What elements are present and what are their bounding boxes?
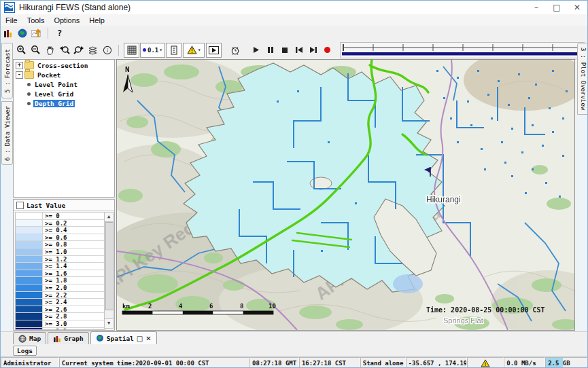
tab-data-viewer[interactable]: 6 : Data Viewer <box>1 101 13 165</box>
bar-chart-icon <box>53 335 61 343</box>
menu-file[interactable]: File <box>1 16 22 25</box>
svg-text:10: 10 <box>269 303 276 310</box>
scroll-up-icon[interactable]: ▲ <box>105 213 113 222</box>
last-value-checkbox[interactable] <box>16 202 24 209</box>
tab-plot-overview[interactable]: 3 : Plot Overview <box>577 43 588 115</box>
menu-tools[interactable]: Tools <box>22 16 50 25</box>
collapse-icon[interactable]: - <box>16 71 23 79</box>
stop-button[interactable] <box>277 43 292 57</box>
legend-class-list: >= 0 >= 0.2 >= 0.4 >= 0.6 >= 0.8 >= 1.0 … <box>15 212 105 330</box>
pause-button[interactable] <box>263 43 277 57</box>
grid-toggle-button[interactable] <box>124 43 139 58</box>
legend-swatch <box>16 277 43 284</box>
tab-forecast[interactable]: 5 : Forecast <box>1 43 13 98</box>
legend-row: >= 2.2 <box>16 292 105 299</box>
record-button[interactable] <box>320 43 334 57</box>
timeseries-icon[interactable] <box>29 26 44 40</box>
legend-row: >= 1.4 <box>16 263 105 270</box>
folder-icon <box>24 71 34 79</box>
legend-row: >= 0.2 <box>16 220 105 227</box>
help-button[interactable]: ? <box>52 26 67 40</box>
legend-swatch <box>16 320 43 327</box>
legend-swatch <box>16 263 43 270</box>
tab-graph[interactable]: Graph <box>48 332 89 344</box>
zoom-out-icon[interactable] <box>29 43 43 57</box>
svg-text:4: 4 <box>179 303 183 310</box>
info-icon[interactable]: i <box>100 43 114 57</box>
legend-swatch <box>16 299 43 306</box>
legend-swatch <box>16 220 43 227</box>
tab-data-viewer-label: 6 : Data Viewer <box>4 105 11 160</box>
maximize-button[interactable]: □ <box>547 1 567 14</box>
globe-map-icon[interactable] <box>15 26 29 40</box>
status-warning-cell[interactable]: ! <box>467 357 504 368</box>
interval-dot-icon <box>143 48 146 52</box>
svg-text:!: ! <box>484 361 487 367</box>
legend-row: >= 2.6 <box>16 306 105 314</box>
grid-interval-dropdown[interactable]: 0.1 ▾ <box>140 43 165 58</box>
tree-node-level-point[interactable]: Level Point <box>16 80 114 88</box>
last-value-label: Last Value <box>27 202 65 209</box>
memory-label: 2.5 GB <box>548 360 570 367</box>
tab-spatial[interactable]: Spatial □ ✕ <box>90 331 157 344</box>
zoom-in-icon[interactable] <box>14 43 29 57</box>
tree-node-pocket[interactable]: - Pocket <box>16 71 114 79</box>
scrollbar-thumb[interactable] <box>105 222 114 310</box>
tab-maximize-icon[interactable]: □ <box>137 335 143 342</box>
status-system-time: Current system time:2020-09-01 00:00 CST <box>59 357 249 368</box>
legend-swatch <box>16 234 43 241</box>
chevron-down-icon: ▾ <box>159 47 162 53</box>
legend-row: >= 2.4 <box>16 299 105 306</box>
map-time-label: Time: 2020-08-25 00:00:00 CST <box>426 306 545 314</box>
bullet-icon <box>27 102 31 105</box>
expand-icon[interactable]: + <box>16 62 23 69</box>
play-button[interactable] <box>249 43 263 57</box>
tab-close-icon[interactable]: ✕ <box>145 335 151 342</box>
tree-node-level-grid[interactable]: Level Grid <box>16 90 114 98</box>
menu-options[interactable]: Options <box>49 16 84 25</box>
svg-text:i: i <box>106 48 107 54</box>
left-tab-strip <box>1 59 13 331</box>
close-button[interactable]: ✕ <box>567 1 587 14</box>
globe-blue-icon <box>96 334 104 342</box>
timeline-span-bar <box>342 52 581 56</box>
legend-swatch <box>16 213 43 219</box>
tree-node-label: Level Grid <box>33 90 75 98</box>
first-step-button[interactable] <box>292 43 306 57</box>
timeline-slider[interactable] <box>340 42 585 58</box>
status-memory: 2.5 GB <box>545 357 587 368</box>
tree-node-cross-section[interactable]: + Cross-section <box>16 61 114 69</box>
zoom-previous-icon[interactable] <box>57 43 71 57</box>
status-bar: Administrator Current system time:2020-0… <box>1 356 587 368</box>
menu-bar: File Tools Options Help <box>1 14 587 26</box>
zoom-next-icon[interactable] <box>71 43 86 57</box>
warning-dropdown[interactable]: ! ▾ <box>183 43 205 58</box>
legend-swatch <box>16 227 43 234</box>
timer-icon[interactable] <box>228 43 242 57</box>
layers-icon[interactable] <box>86 43 100 57</box>
main-toolbar: ? <box>1 26 587 41</box>
tree-node-depth-grid[interactable]: Depth Grid <box>16 99 114 107</box>
bullet-icon <box>27 83 31 86</box>
logs-button[interactable]: Logs <box>13 346 37 356</box>
profile-button[interactable] <box>166 43 181 58</box>
last-step-button[interactable] <box>306 43 320 57</box>
pan-hand-icon[interactable] <box>43 43 57 57</box>
legend-row: >= 1.2 <box>16 256 105 263</box>
chevron-down-icon: ▾ <box>198 47 201 53</box>
legend-scrollbar[interactable]: ▲ ▼ <box>104 212 114 329</box>
status-coordinates: -35.657 , 174.199 <box>406 357 468 368</box>
scroll-down-icon[interactable]: ▼ <box>105 318 113 328</box>
map-toolbar: i 0.1 ▾ ! ▾ <box>1 41 587 60</box>
explorer-icon[interactable] <box>1 26 15 40</box>
minimize-button[interactable]: – <box>526 1 547 14</box>
map-canvas[interactable]: API Key Required API Key Required <box>117 60 574 330</box>
legend-row: >= 3.2 <box>16 328 105 331</box>
menu-help[interactable]: Help <box>84 16 109 25</box>
town-label: Hikurangi <box>426 195 461 204</box>
legend-row: >= 0 <box>16 213 105 220</box>
animation-window-button[interactable] <box>206 43 222 58</box>
map-view[interactable]: API Key Required API Key Required <box>116 59 575 331</box>
tab-map[interactable]: Map <box>13 332 46 344</box>
logs-row: Logs <box>1 344 587 356</box>
